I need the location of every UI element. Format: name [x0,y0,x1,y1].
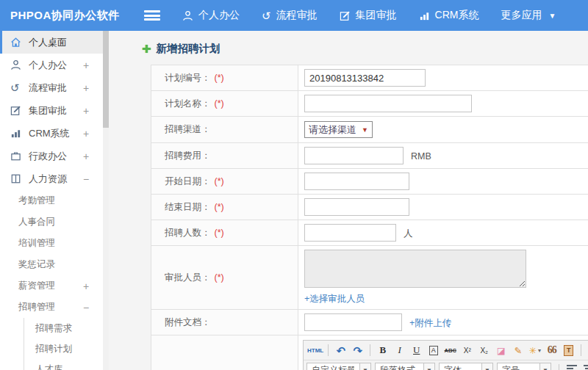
attachment-input[interactable] [304,313,402,331]
field-cell: +选择审批人员 [298,246,588,310]
approvers-select-link[interactable]: +选择审批人员 [304,294,365,304]
form-row-recruit-count: 招聘人数：(*)人 [151,220,588,246]
bold-icon[interactable]: B [375,343,390,358]
underline-icon[interactable]: U [409,343,424,358]
superscript-icon[interactable]: X² [459,343,475,358]
plan-name-input[interactable] [304,95,472,112]
nav-personal-office[interactable]: 个人办公 [182,9,240,22]
expand-toggle-icon[interactable]: + [82,82,90,94]
sidebar-item-attendance-mgmt[interactable]: 考勤管理 [0,190,109,211]
html-source-button[interactable]: HTML [307,343,323,358]
approvers-textarea[interactable] [304,250,526,288]
required-marker: (*) [215,98,224,109]
expand-toggle-icon[interactable]: + [82,280,90,292]
sidebar-item-reward-records[interactable]: 奖惩记录 [0,254,109,275]
recruit-cost-input[interactable] [304,147,404,164]
form-row-recruit-channel: 招聘渠道：请选择渠道▼ [151,117,588,143]
field-label [151,335,298,370]
unit-label: 人 [404,228,413,239]
field-cell: HTML↶↷BIUAABCX²X₂◪✎✳▾66TA▾ab▾▦自定义标题▼段落格式… [298,335,588,370]
expand-toggle-icon[interactable]: − [82,302,90,313]
sidebar-item-crm-system[interactable]: CRM系统+ [0,122,109,145]
font-size-select[interactable]: 字号▼ [497,363,551,370]
dropdown-caret-icon: ▾ [538,347,541,354]
start-date-input[interactable] [304,173,409,190]
plan-number-input[interactable] [304,69,426,87]
page-title: ✚ 新增招聘计划 [142,42,588,56]
toolbar-separator [581,344,581,356]
nav-crm-system[interactable]: CRM系统 [419,9,479,22]
sidebar-item-training-mgmt[interactable]: 培训管理 [0,233,109,254]
italic-icon[interactable]: I [392,343,407,358]
field-label: 结束日期：(*) [151,195,298,220]
sidebar: 个人桌面个人办公+↺流程审批+集团审批+CRM系统+行政办公+人力资源−考勤管理… [0,31,109,370]
form-row-plan-content: HTML↶↷BIUAABCX²X₂◪✎✳▾66TA▾ab▾▦自定义标题▼段落格式… [151,335,588,370]
menu-toggle-icon[interactable] [144,10,160,21]
form-row-start-date: 开始日期：(*) [151,169,588,195]
nav-process-approval[interactable]: ↺流程审批 [262,9,318,22]
expand-toggle-icon[interactable]: + [82,59,90,71]
recruit-count-input[interactable] [304,224,396,242]
sidebar-item-hr-contract[interactable]: 人事合同 [0,211,109,233]
format-brush-icon[interactable]: ✎ [510,343,526,358]
admin-office-icon [10,150,23,162]
subscript-icon[interactable]: X₂ [476,343,492,358]
attachment-upload-link[interactable]: +附件上传 [409,318,451,328]
required-marker: (*) [215,228,224,238]
crm-system-icon [10,128,23,139]
select-caret-icon: ▼ [539,363,551,370]
select-caret-icon: ▼ [359,363,370,370]
form-row-recruit-cost: 招聘费用：RMB [151,143,588,169]
sidebar-item-personal-office[interactable]: 个人办公+ [0,54,109,76]
nav-more-apps[interactable]: 更多应用▼ [501,9,556,22]
recruit-channel-select[interactable]: 请选择渠道▼ [304,121,373,138]
sidebar-item-human-resources[interactable]: 人力资源− [0,167,109,190]
paragraph-format-select[interactable]: 段落格式▼ [375,363,435,370]
field-label: 计划编号：(*) [151,65,298,91]
paste-icon[interactable]: T [561,343,576,358]
expand-toggle-icon[interactable]: + [82,150,90,162]
sidebar-item-recruit-demand[interactable]: 招聘需求 [24,318,109,338]
sidebar-item-recruit-mgmt[interactable]: 招聘管理− [0,297,109,318]
undo-icon[interactable]: ↶ [333,343,348,358]
sidebar-item-group-approval[interactable]: 集团审批+ [0,99,109,122]
expand-toggle-icon[interactable]: + [82,105,90,117]
app-window: PHPOA协同办公软件 个人办公↺流程审批集团审批CRM系统更多应用▼ 个人桌面… [0,0,588,370]
unit-label: RMB [411,151,431,162]
nav-group-approval[interactable]: 集团审批 [340,9,397,22]
end-date-input[interactable] [304,198,409,216]
sidebar-item-talent-pool[interactable]: 人才库 [24,359,109,370]
font-family-select[interactable]: 字体▼ [439,363,493,370]
toolbar-separator [370,344,370,356]
sidebar-item-process-approval[interactable]: ↺流程审批+ [0,76,109,99]
align-center-icon[interactable] [581,363,588,370]
process-approval-icon: ↺ [10,82,23,93]
remove-format-icon[interactable]: ✳▾ [527,343,542,358]
nav-label: CRM系统 [435,9,479,22]
sidebar-item-personal-desktop[interactable]: 个人桌面 [0,31,109,54]
sidebar-scrollbar[interactable] [103,31,109,370]
font-style-icon[interactable]: A [426,343,441,358]
form-row-approvers: 审批人员：(*)+选择审批人员 [151,246,588,310]
strikethrough-icon[interactable]: ABC [442,343,458,358]
toolbar-separator [328,344,329,356]
nav-personal-office-icon [182,10,193,21]
nav-label: 更多应用 [501,9,542,22]
expand-toggle-icon[interactable]: + [82,128,90,139]
nav-group-approval-icon [340,10,351,21]
eraser-icon[interactable]: ◪ [493,343,509,358]
sidebar-scrollbar-thumb[interactable] [103,31,109,128]
redo-icon[interactable]: ↷ [350,343,365,358]
app-brand: PHPOA协同办公软件 [0,9,131,23]
form-row-attachment: 附件文档：+附件上传 [151,310,588,335]
sidebar-item-salary-mgmt[interactable]: 薪资管理+ [0,275,109,297]
sidebar-item-recruit-plan[interactable]: 招聘计划 [24,338,109,359]
expand-toggle-icon[interactable]: − [82,173,90,185]
sidebar-item-admin-office[interactable]: 行政办公+ [0,145,109,167]
custom-title-select[interactable]: 自定义标题▼ [306,363,371,370]
align-left-icon[interactable] [564,363,579,370]
rich-text-editor: HTML↶↷BIUAABCX²X₂◪✎✳▾66TA▾ab▾▦自定义标题▼段落格式… [303,340,588,370]
blockquote-icon[interactable]: 66 [544,343,559,358]
form-row-plan-name: 计划名称：(*) [151,91,588,117]
field-cell [298,195,588,220]
